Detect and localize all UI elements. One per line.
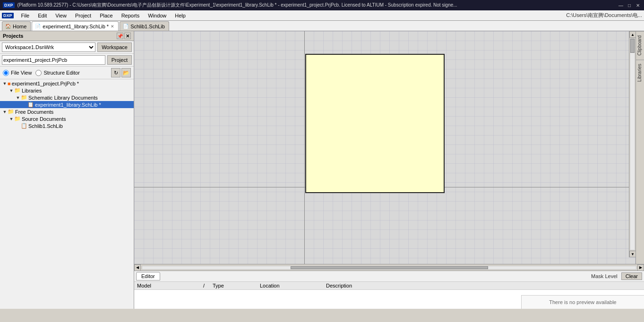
clear-button[interactable]: Clear <box>621 272 642 280</box>
menu-item-project[interactable]: Project <box>71 12 95 19</box>
tree-item-1[interactable]: ▼📁Libraries <box>0 87 134 94</box>
editor-tab-bar: Editor Mask Level Clear <box>134 271 644 282</box>
col-slash-header: / <box>203 283 213 288</box>
tab-label-1: experiment1_library.SchLib * <box>43 24 109 29</box>
minimize-btn[interactable]: — <box>618 2 624 8</box>
canvas-area[interactable]: ▲ ▼ Clipboard Libraries <box>134 31 644 264</box>
col-location-header: Location <box>260 283 326 288</box>
panel-close-btn[interactable]: ✕ <box>124 33 131 39</box>
tree-item-3[interactable]: 📋experiment1_library.SchLib * <box>0 101 134 108</box>
tree-label-6: Schlib1.SchLib <box>28 123 63 129</box>
h-scroll-thumb[interactable] <box>291 266 488 269</box>
menu-item-help[interactable]: Help <box>171 12 189 19</box>
h-scroll-track[interactable] <box>142 266 636 270</box>
vertical-scrollbar[interactable]: ▲ ▼ <box>629 31 635 257</box>
structure-editor-radio: Structure Editor <box>35 70 79 76</box>
tab-icon-1: 📄 <box>35 24 41 29</box>
tree-item-4[interactable]: ▼📁Free Documents <box>0 108 134 115</box>
maximize-btn[interactable]: □ <box>626 2 633 8</box>
preview-area: There is no preview available <box>521 295 644 309</box>
path-display: C:\Users\南宣腾\Documents\电... <box>566 12 642 19</box>
tree-item-5[interactable]: ▼📁Source Documents <box>0 115 134 122</box>
right-area: ▲ ▼ Clipboard Libraries ◀ ▶ Editor <box>134 31 644 309</box>
dxp-logo: DXP <box>3 2 15 8</box>
schematic-canvas[interactable] <box>134 31 644 264</box>
scroll-up-btn[interactable]: ▲ <box>629 31 636 38</box>
col-type-header: Type <box>213 283 260 288</box>
main-layout: Projects 📌 ✕ Workspace1.DsnWrk Workspace… <box>0 31 644 309</box>
file-view-radio: File View <box>3 70 32 76</box>
file-view-radio-input[interactable] <box>3 70 9 76</box>
tree-item-0[interactable]: ▼■experiment1_project.PrjPcb * <box>0 80 134 87</box>
folder-icon-btn[interactable]: 📂 <box>121 68 131 77</box>
panel-title: Projects <box>3 33 23 39</box>
refresh-icon-btn[interactable]: ↻ <box>111 68 120 77</box>
scroll-left-btn[interactable]: ◀ <box>134 264 141 271</box>
menu-item-reports[interactable]: Reports <box>118 12 144 19</box>
scroll-down-btn[interactable]: ▼ <box>629 251 636 257</box>
tab-label-0: Home <box>13 24 26 29</box>
tree-expand-5[interactable]: ▼ <box>9 117 14 121</box>
tabs-bar: 🏠Home📄experiment1_library.SchLib *✕📄Schl… <box>0 21 644 31</box>
col-description-header: Description <box>326 283 641 288</box>
workspace-button[interactable]: Workspace <box>97 42 132 52</box>
tree-expand-1[interactable]: ▼ <box>9 88 14 93</box>
crosshair-vertical <box>304 31 305 264</box>
project-button[interactable]: Project <box>107 55 132 65</box>
tree-label-2: Schematic Library Documents <box>28 95 98 101</box>
project-input[interactable] <box>2 55 105 65</box>
tree-item-6[interactable]: 📋Schlib1.SchLib <box>0 122 134 129</box>
title-left: DXP (Platform 10.589.22577) - C:\Users\南… <box>3 2 457 8</box>
title-text: (Platform 10.589.22577) - C:\Users\南宣腾\D… <box>17 2 457 8</box>
v-scroll-thumb[interactable] <box>630 39 635 53</box>
close-btn[interactable]: ✕ <box>635 2 641 8</box>
editor-tab[interactable]: Editor <box>136 272 160 280</box>
libraries-tab[interactable]: Libraries <box>636 59 644 85</box>
left-panel: Projects 📌 ✕ Workspace1.DsnWrk Workspace… <box>0 31 134 309</box>
tree-expand-0[interactable]: ▼ <box>2 81 8 86</box>
mask-level-label: Mask Level <box>591 273 618 279</box>
col-model-header: Model <box>137 283 203 288</box>
panel-pin-btn[interactable]: 📌 <box>117 33 123 39</box>
tree-label-5: Source Documents <box>22 116 66 122</box>
menu-item-place[interactable]: Place <box>96 12 117 19</box>
horizontal-scrollbar[interactable]: ◀ ▶ <box>134 264 644 271</box>
tab-close-1[interactable]: ✕ <box>111 24 114 29</box>
tab-icon-2: 📄 <box>123 24 129 29</box>
tree-label-1: Libraries <box>22 88 42 93</box>
window-controls: — □ ✕ <box>618 2 641 8</box>
structure-editor-radio-input[interactable] <box>35 70 42 76</box>
editor-table-header: Model / Type Location Description <box>134 282 644 290</box>
tab-icon-0: 🏠 <box>5 24 11 29</box>
scroll-right-btn[interactable]: ▶ <box>637 264 644 271</box>
v-scroll-track[interactable] <box>630 38 635 250</box>
menu-item-view[interactable]: View <box>52 12 70 19</box>
menu-item-window[interactable]: Window <box>144 12 170 19</box>
schematic-sheet <box>305 54 445 193</box>
menu-item-file[interactable]: File <box>17 12 34 19</box>
tree-expand-2[interactable]: ▼ <box>15 95 21 100</box>
view-icon-group: ↻ 📂 <box>111 68 131 77</box>
tree-item-2[interactable]: ▼📁Schematic Library Documents <box>0 94 134 101</box>
title-bar: DXP (Platform 10.589.22577) - C:\Users\南… <box>0 0 644 10</box>
clipboard-tab[interactable]: Clipboard <box>636 31 644 59</box>
file-tree[interactable]: ▼■experiment1_project.PrjPcb *▼📁Librarie… <box>0 79 134 309</box>
menu-item-edit[interactable]: Edit <box>34 12 51 19</box>
tree-expand-4[interactable]: ▼ <box>2 110 8 114</box>
panel-controls: 📌 ✕ <box>117 33 131 39</box>
file-view-label: File View <box>11 70 32 76</box>
view-row: File View Structure Editor ↻ 📂 <box>0 67 134 79</box>
workspace-row: Workspace1.DsnWrk Workspace <box>0 41 134 54</box>
tree-label-0: experiment1_project.PrjPcb * <box>12 81 79 86</box>
tree-label-3: experiment1_library.SchLib * <box>35 102 101 108</box>
structure-editor-label: Structure Editor <box>43 70 79 76</box>
tab-0[interactable]: 🏠Home <box>2 21 31 31</box>
tab-label-2: Schlib1.SchLib <box>130 24 165 29</box>
menu-bar: DXP FileEditViewProjectPlaceReportsWindo… <box>0 10 644 21</box>
tab-1[interactable]: 📄experiment1_library.SchLib *✕ <box>32 21 119 31</box>
workspace-select[interactable]: Workspace1.DsnWrk <box>2 42 95 52</box>
tab-2[interactable]: 📄Schlib1.SchLib <box>120 21 169 31</box>
project-row: Project <box>0 54 134 67</box>
tree-label-4: Free Documents <box>15 109 53 115</box>
dxp-menu-logo: DXP <box>2 13 14 18</box>
